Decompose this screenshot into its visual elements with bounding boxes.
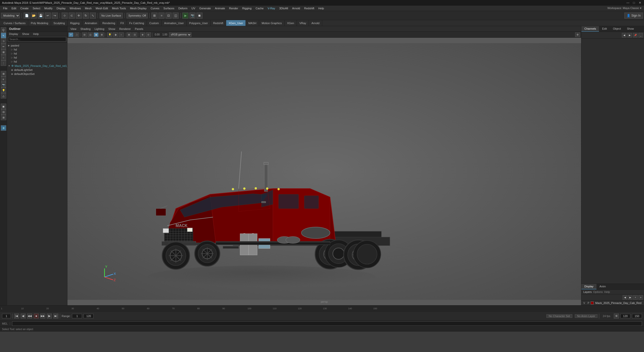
vp-menu-panels[interactable]: Panels: [133, 27, 145, 31]
menu-windows[interactable]: Windows: [68, 6, 83, 10]
tree-item-hd1[interactable]: ▷ hd: [7, 48, 67, 52]
snap-curve-button[interactable]: ⌗: [158, 13, 165, 19]
rp-tab-channels[interactable]: Channels: [581, 26, 599, 32]
rp-icon-prev[interactable]: ◀: [622, 33, 626, 37]
step-forward-button[interactable]: |▶: [47, 314, 52, 319]
tree-item-hd3[interactable]: ▷ hd: [7, 56, 67, 60]
tree-item-pasted[interactable]: ▶ pasted: [7, 43, 67, 48]
menu-generate[interactable]: Generate: [197, 6, 213, 10]
menu-mesh-display[interactable]: Mesh Display: [128, 6, 149, 10]
vp-menu-renderer[interactable]: Renderer: [117, 27, 133, 31]
tab-xgen-user[interactable]: XGen_User: [226, 20, 246, 26]
no-character-set-label[interactable]: No Character Set: [546, 314, 572, 318]
vp-isolate-btn[interactable]: ⊕: [140, 32, 145, 37]
no-live-surface-label[interactable]: No Live Surface: [100, 13, 123, 18]
menu-select[interactable]: Select: [31, 6, 43, 10]
rp-icon-next[interactable]: ▶: [627, 33, 632, 37]
tab-fx[interactable]: FX: [118, 20, 127, 26]
maximize-button[interactable]: □: [632, 1, 636, 5]
vp-focus-btn[interactable]: ⊙: [146, 32, 151, 37]
tab-vray[interactable]: VRay: [297, 20, 309, 26]
tool-special[interactable]: ≣: [1, 125, 6, 131]
viewport-canvas[interactable]: MACK: [67, 38, 581, 305]
go-start-button[interactable]: |◀: [14, 314, 19, 319]
search-input[interactable]: [8, 37, 66, 41]
menu-arnold[interactable]: Arnold: [290, 6, 302, 10]
menu-file[interactable]: File: [1, 6, 10, 10]
timeline-bar[interactable]: 1 10 20 30 40 50 60 70 80 90 100 110 120…: [0, 305, 644, 312]
menu-surfaces[interactable]: Surfaces: [162, 6, 176, 10]
go-end-button[interactable]: ▶|: [53, 314, 58, 319]
tool-select2[interactable]: ⊞: [1, 49, 6, 55]
rotate-tool-button[interactable]: ↻: [83, 13, 89, 19]
select-tool-button[interactable]: ⊹: [62, 13, 68, 19]
vp-smooth-btn[interactable]: ◫: [88, 32, 93, 37]
tree-item-lightset[interactable]: ◉ defaultLightSet: [7, 68, 67, 72]
tool-arrow[interactable]: ↖: [1, 33, 6, 38]
vp-hud-btn[interactable]: ⊡: [132, 32, 137, 37]
layer-btn-1[interactable]: ◀: [623, 295, 627, 300]
tree-item-objectset[interactable]: ◉ defaultObjectSet: [7, 72, 67, 76]
vp-menu-shading[interactable]: Shading: [78, 27, 93, 31]
close-button[interactable]: ✕: [638, 1, 642, 5]
tool-camera[interactable]: 📷: [1, 82, 6, 87]
tool-q[interactable]: Q: [1, 27, 6, 33]
tab-redshift[interactable]: Redshift: [211, 20, 226, 26]
stop-button[interactable]: ■: [34, 314, 39, 319]
menu-help[interactable]: Help: [316, 6, 326, 10]
tool-dots[interactable]: ⋮: [1, 60, 6, 66]
help-tab[interactable]: Help: [604, 290, 610, 293]
range-end-input[interactable]: [84, 314, 94, 318]
step-back-button[interactable]: ◀|: [21, 314, 26, 319]
tool-grid[interactable]: ⊞: [1, 71, 6, 76]
ipr-button[interactable]: 📷: [189, 13, 195, 19]
sign-in-button[interactable]: 👤 Sign In: [624, 13, 643, 19]
outliner-menu-show[interactable]: Show: [20, 32, 31, 36]
menu-deform[interactable]: Deform: [176, 6, 189, 10]
menu-animate[interactable]: Animate: [213, 6, 227, 10]
vp-shadow-btn[interactable]: ◑: [113, 32, 118, 37]
scale-tool-button[interactable]: ⤡: [90, 13, 96, 19]
vp-menu-view[interactable]: View: [68, 27, 78, 31]
no-anim-layer-label[interactable]: No Anim Layer: [575, 314, 597, 318]
tree-item-hd4[interactable]: ▷ hd: [7, 60, 67, 64]
vp-options-btn[interactable]: ⚙: [575, 32, 580, 37]
tab-mash[interactable]: MASH: [246, 20, 259, 26]
anim-settings-button[interactable]: ⚙: [614, 314, 619, 319]
tool-layers[interactable]: ≡: [1, 76, 6, 82]
menu-cache[interactable]: Cache: [254, 6, 266, 10]
menu-modify[interactable]: Modify: [42, 6, 54, 10]
tool-paint[interactable]: ✏: [1, 44, 6, 49]
layers-tab[interactable]: Layers: [583, 290, 592, 293]
menu-render[interactable]: Render: [227, 6, 240, 10]
tool-lasso[interactable]: ⊃: [1, 38, 6, 44]
tab-arnold[interactable]: Arnold: [309, 20, 322, 26]
vp-menu-show[interactable]: Show: [106, 27, 117, 31]
layer-color-swatch[interactable]: [591, 301, 594, 304]
layer-btn-4[interactable]: ≡: [638, 295, 643, 300]
tab-curves-surfaces[interactable]: Curves / Surfaces: [1, 20, 28, 26]
open-file-button[interactable]: 📂: [31, 13, 37, 19]
rp-tab-edit[interactable]: Edit: [599, 26, 610, 32]
rp-icon-pin[interactable]: 📌: [633, 33, 637, 37]
tab-custom[interactable]: Custom: [147, 20, 162, 26]
stop-render-button[interactable]: ⏹: [196, 13, 203, 19]
undo-button[interactable]: ↩: [45, 13, 51, 19]
menu-display[interactable]: Display: [55, 6, 68, 10]
range-start-input[interactable]: [72, 314, 82, 318]
tool-sculpt[interactable]: ○: [1, 55, 6, 60]
menu-rigging[interactable]: Rigging: [240, 6, 254, 10]
tab-xgen[interactable]: XGen: [285, 20, 297, 26]
rp-icon-minimize[interactable]: _: [638, 33, 643, 37]
tab-fx-catching[interactable]: Fx Catching: [127, 20, 147, 26]
tool-light[interactable]: 💡: [1, 87, 6, 93]
title-controls[interactable]: — □ ✕: [626, 1, 642, 5]
snap-grid-button[interactable]: ⊞: [151, 13, 157, 19]
play-back-button[interactable]: ◀◀: [27, 314, 32, 319]
save-file-button[interactable]: 💾: [38, 13, 44, 19]
tab-sculpting[interactable]: Sculpting: [51, 20, 68, 26]
tool-box3[interactable]: ⊞: [1, 115, 6, 120]
render-button[interactable]: ▶: [182, 13, 188, 19]
snap-point-button[interactable]: ⊡: [166, 13, 172, 19]
menu-mesh-tools[interactable]: Mesh Tools: [110, 6, 128, 10]
